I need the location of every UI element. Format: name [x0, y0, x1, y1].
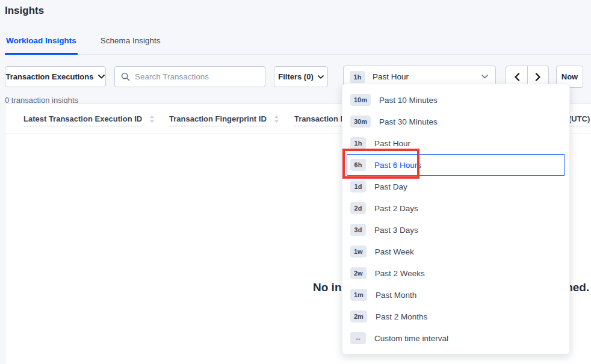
column-header-label: Latest Transaction Execution ID — [23, 114, 142, 126]
execution-type-label: Transaction Executions — [6, 72, 94, 81]
time-interval-option-badge: 30m — [350, 116, 371, 128]
time-interval-option-badge: 6h — [350, 159, 366, 171]
time-interval-option-badge: 1d — [350, 180, 366, 193]
time-interval-option-badge: 1w — [350, 245, 367, 258]
time-interval-option-badge: 10m — [350, 94, 371, 106]
time-interval-option[interactable]: 6h Past 6 Hours — [347, 154, 565, 176]
time-interval-option-badge: 3d — [350, 224, 366, 236]
tab-bar: Workload Insights Schema Insights — [5, 31, 591, 55]
time-interval-option-badge: 2d — [350, 202, 366, 214]
time-interval-option-badge: 2m — [350, 310, 367, 322]
time-interval-option-label: Past 2 Months — [376, 312, 427, 321]
chevron-down-icon — [98, 75, 105, 79]
page-title: Insights — [0, 0, 591, 17]
time-interval-option[interactable]: -- Custom time interval — [347, 327, 565, 349]
time-interval-option[interactable]: 1w Past Week — [347, 241, 565, 262]
time-range-label: Past Hour — [373, 72, 409, 81]
chevron-down-icon — [481, 75, 488, 79]
execution-type-select[interactable]: Transaction Executions — [5, 66, 106, 87]
column-header-label: Transaction Fingerprint ID — [169, 114, 267, 126]
time-interval-option-badge: -- — [350, 332, 366, 344]
time-interval-option[interactable]: 30m Past 30 Minutes — [347, 111, 565, 132]
time-interval-option-label: Past Week — [375, 247, 414, 256]
time-interval-option-label: Past Day — [374, 182, 407, 191]
search-icon — [121, 72, 130, 81]
column-header[interactable]: Latest Transaction Execution ID — [23, 114, 155, 126]
time-interval-option-label: Past 2 Weeks — [375, 269, 425, 278]
sort-icon[interactable] — [274, 115, 279, 123]
time-interval-option[interactable]: 1m Past Month — [347, 284, 565, 306]
filters-button[interactable]: Filters (0) — [274, 66, 328, 87]
time-interval-option-label: Custom time interval — [374, 334, 448, 343]
time-interval-option-badge: 1h — [350, 137, 366, 149]
time-interval-option[interactable]: 3d Past 3 Days — [347, 219, 565, 241]
tab-workload-insights[interactable]: Workload Insights — [5, 31, 78, 55]
filters-label: Filters (0) — [278, 72, 314, 81]
time-interval-option[interactable]: 1h Past Hour — [347, 132, 565, 154]
time-interval-option-label: Past Hour — [374, 139, 410, 148]
time-interval-option-label: Past 10 Minutes — [379, 96, 438, 105]
chevron-left-icon — [514, 73, 520, 81]
time-range-badge: 1h — [350, 71, 365, 83]
insights-page: Insights Workload Insights Schema Insigh… — [0, 0, 591, 364]
time-interval-option-badge: 1m — [350, 289, 367, 301]
time-interval-option-label: Past 3 Days — [374, 226, 418, 235]
time-interval-option[interactable]: 10m Past 10 Minutes — [347, 89, 565, 111]
time-interval-dropdown: 10m Past 10 Minutes 30m Past 30 Minutes … — [342, 84, 570, 354]
chevron-right-icon — [535, 73, 541, 81]
time-interval-option-label: Past Month — [376, 291, 416, 300]
time-interval-option-label: Past 30 Minutes — [379, 117, 438, 126]
now-label: Now — [562, 72, 578, 81]
time-interval-option-label: Past 2 Days — [374, 204, 418, 213]
time-interval-option[interactable]: 2d Past 2 Days — [347, 197, 565, 219]
time-interval-option-label: Past 6 Hours — [374, 161, 421, 170]
time-interval-option[interactable]: 2m Past 2 Months — [347, 306, 565, 327]
chevron-down-icon — [318, 75, 324, 79]
tab-schema-insights[interactable]: Schema Insights — [99, 31, 162, 54]
time-interval-option[interactable]: 1d Past Day — [347, 176, 565, 197]
search-input[interactable] — [135, 72, 259, 81]
search-box[interactable] — [114, 66, 265, 87]
time-interval-option-badge: 2w — [350, 267, 367, 279]
sort-icon[interactable] — [149, 115, 155, 123]
time-interval-option[interactable]: 2w Past 2 Weeks — [347, 262, 565, 284]
column-header[interactable]: Transaction Fingerprint ID — [169, 114, 279, 126]
